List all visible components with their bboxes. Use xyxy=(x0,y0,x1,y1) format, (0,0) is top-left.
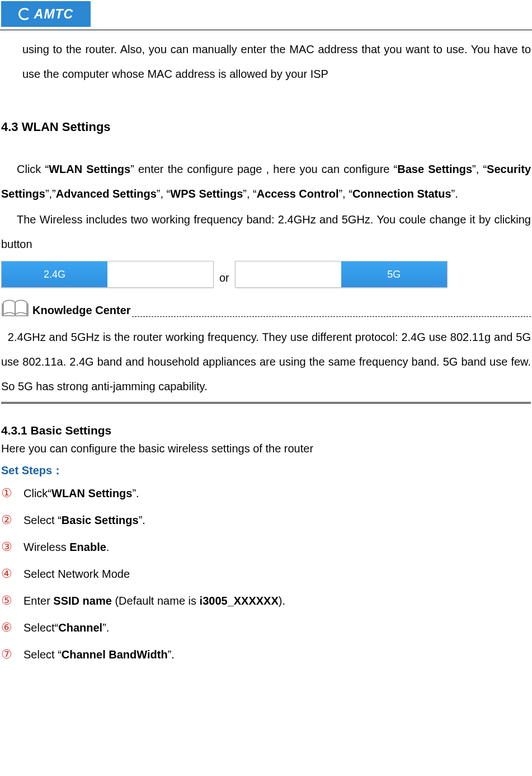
step-4: ④ Select Network Mode xyxy=(1,567,531,581)
band-toggle-row: 2.4G or 5G xyxy=(1,261,531,288)
wlan-paragraph: Click “WLAN Settings” enter the configur… xyxy=(1,157,531,206)
header-separator xyxy=(0,30,532,30)
step-number: ⑤ xyxy=(1,593,23,608)
kc-body: 2.4GHz and 5GHz is the router working fr… xyxy=(1,325,531,399)
section-double-separator xyxy=(1,402,531,404)
subsection-heading: 4.3.1 Basic Settings xyxy=(1,424,531,437)
subsection-desc: Here you can configure the basic wireles… xyxy=(1,440,531,457)
or-text: or xyxy=(214,272,235,288)
set-steps-heading: Set Steps： xyxy=(1,463,531,478)
kc-label: Knowledge Center xyxy=(32,304,131,317)
band-5g-other[interactable] xyxy=(236,261,341,287)
section-heading: 4.3 WLAN Settings xyxy=(1,120,531,134)
freq-paragraph: The Wireless includes two working freque… xyxy=(1,207,531,256)
band-toggle-5g[interactable]: 5G xyxy=(235,261,448,288)
knowledge-center-heading: Knowledge Center xyxy=(1,298,531,317)
intro-paragraph: using to the router. Also, you can manua… xyxy=(1,37,531,86)
band-5g-active[interactable]: 5G xyxy=(341,261,447,287)
step-5: ⑤ Enter SSID name (Default name is i3005… xyxy=(1,593,531,608)
brand-logo: AMTC xyxy=(1,1,91,27)
step-7: ⑦ Select “Channel BandWidth”. xyxy=(1,647,531,662)
kc-dashes xyxy=(132,309,531,317)
step-number: ④ xyxy=(1,567,23,581)
step-6: ⑥ Select“Channel”. xyxy=(1,620,531,635)
step-number: ⑦ xyxy=(1,647,23,662)
book-icon xyxy=(1,298,29,317)
step-1: ① Click“WLAN Settings”. xyxy=(1,486,531,501)
band-toggle-24g[interactable]: 2.4G xyxy=(1,261,214,288)
band-24g-active[interactable]: 2.4G xyxy=(2,261,107,287)
logo-spin-icon xyxy=(18,8,31,20)
step-number: ② xyxy=(1,513,23,527)
step-2: ② Select “Basic Settings”. xyxy=(1,513,531,527)
step-number: ① xyxy=(1,486,23,501)
band-24g-other[interactable] xyxy=(107,261,213,287)
logo-text: AMTC xyxy=(34,7,73,22)
step-number: ③ xyxy=(1,540,23,554)
step-3: ③ Wireless Enable. xyxy=(1,540,531,554)
step-number: ⑥ xyxy=(1,620,23,635)
